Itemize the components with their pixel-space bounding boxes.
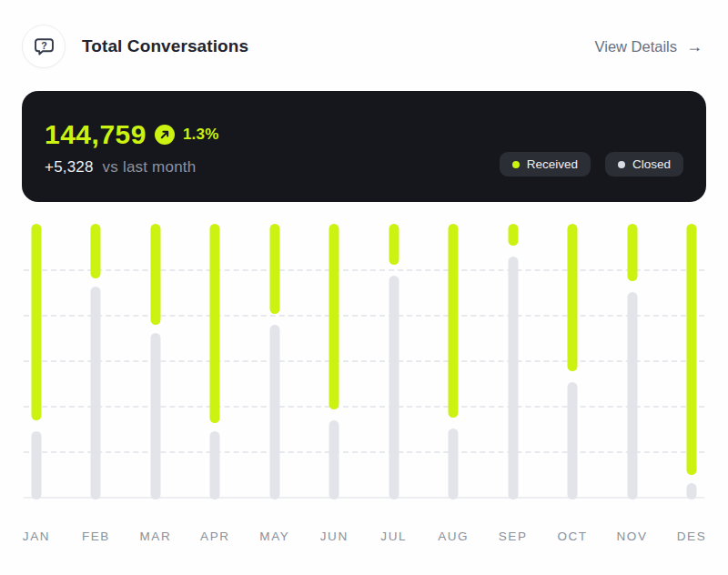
- closed-bar: [210, 431, 220, 499]
- bar-column-des[interactable]: [673, 224, 710, 497]
- bar-column-jun[interactable]: [316, 224, 352, 497]
- received-bar: [508, 224, 518, 246]
- conversations-bar-chart: [18, 224, 710, 497]
- received-bar: [686, 224, 696, 475]
- bar-column-aug[interactable]: [435, 224, 471, 497]
- month-label-may: MAY: [257, 530, 293, 543]
- bar-column-mar[interactable]: [137, 224, 174, 497]
- legend-label-closed: Closed: [632, 157, 671, 171]
- received-bar: [627, 224, 637, 281]
- delta-caption: vs last month: [103, 158, 197, 176]
- month-label-mar: MAR: [137, 530, 174, 543]
- month-label-feb: FEB: [77, 530, 114, 543]
- received-bar: [210, 224, 220, 423]
- legend-pill-closed[interactable]: Closed: [605, 152, 683, 177]
- closed-bar: [568, 382, 578, 499]
- summary-stats: 144,759 1.3% +5,328 vs last month: [45, 93, 219, 202]
- closed-bar: [508, 257, 518, 499]
- month-label-sep: SEP: [495, 530, 531, 543]
- month-label-apr: APR: [197, 530, 233, 543]
- x-axis-labels: JANFEBMARAPRMAYJUNJULAUGSEPOCTNOVDES: [18, 530, 710, 543]
- page-title: Total Conversations: [82, 36, 248, 56]
- bar-column-sep[interactable]: [495, 224, 531, 497]
- closed-bar: [269, 325, 279, 499]
- closed-bar: [627, 292, 637, 499]
- total-conversations-value: 144,759: [45, 119, 147, 150]
- received-bar: [150, 224, 160, 325]
- closed-bar: [686, 483, 696, 499]
- legend-label-received: Received: [527, 157, 578, 171]
- month-label-jul: JUL: [376, 530, 412, 543]
- month-label-des: DES: [673, 530, 710, 543]
- closed-bar: [150, 333, 160, 499]
- bar-column-oct[interactable]: [554, 224, 591, 497]
- closed-bar: [449, 429, 459, 499]
- help-button[interactable]: ?: [22, 25, 66, 68]
- month-label-oct: OCT: [554, 530, 591, 543]
- received-dot-icon: [512, 161, 520, 168]
- received-bar: [329, 224, 339, 409]
- bar-column-apr[interactable]: [197, 224, 233, 497]
- bar-column-jul[interactable]: [376, 224, 412, 497]
- month-label-nov: NOV: [614, 530, 651, 543]
- month-label-jun: JUN: [316, 530, 352, 543]
- closed-bar: [329, 420, 339, 499]
- closed-bar: [389, 276, 399, 499]
- bar-column-jan[interactable]: [18, 224, 55, 497]
- closed-dot-icon: [618, 161, 625, 168]
- month-label-jan: JAN: [18, 530, 55, 543]
- widget-header: ? Total Conversations View Details →: [0, 0, 728, 68]
- summary-card: 144,759 1.3% +5,328 vs last month Receiv…: [22, 91, 706, 202]
- received-bar: [389, 224, 399, 265]
- arrow-up-right-icon: [155, 125, 175, 145]
- chat-question-icon: ?: [32, 35, 56, 59]
- delta-value: +5,328: [45, 158, 94, 176]
- month-label-aug: AUG: [435, 530, 471, 543]
- change-percent: 1.3%: [183, 126, 219, 144]
- arrow-right-icon: →: [686, 37, 703, 56]
- view-details-label: View Details: [595, 38, 677, 55]
- received-bar: [449, 224, 459, 418]
- chart-legend: Received Closed: [500, 152, 683, 177]
- x-axis-baseline: [24, 497, 704, 499]
- svg-text:?: ?: [41, 39, 47, 50]
- bar-column-nov[interactable]: [614, 224, 651, 497]
- bar-column-may[interactable]: [257, 224, 293, 497]
- received-bar: [568, 224, 578, 371]
- closed-bar: [32, 431, 42, 499]
- received-bar: [269, 224, 279, 314]
- received-bar: [91, 224, 101, 278]
- closed-bar: [91, 287, 101, 499]
- received-bar: [32, 224, 42, 420]
- view-details-link[interactable]: View Details →: [595, 37, 703, 56]
- bar-columns: [18, 224, 710, 497]
- legend-pill-received[interactable]: Received: [500, 152, 591, 177]
- bar-column-feb[interactable]: [77, 224, 114, 497]
